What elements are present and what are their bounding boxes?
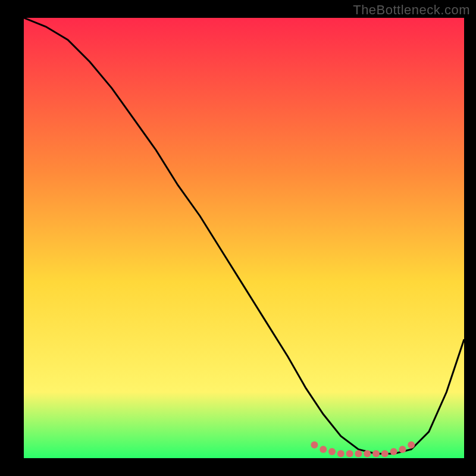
marker-dot (337, 450, 345, 458)
marker-dot (364, 450, 371, 458)
watermark-text: TheBottleneck.com (353, 2, 470, 18)
marker-dot (381, 450, 389, 458)
gradient-background (24, 18, 464, 458)
marker-dot (399, 446, 406, 453)
marker-dot (408, 441, 415, 449)
marker-dot (355, 450, 362, 458)
marker-dot (346, 450, 353, 458)
marker-dot (320, 446, 327, 453)
chart-svg (24, 18, 464, 458)
chart-frame: TheBottleneck.com (0, 0, 476, 476)
marker-dot (328, 448, 336, 455)
marker-dot (390, 448, 397, 455)
marker-dot (372, 450, 380, 458)
marker-dot (311, 441, 318, 449)
plot-area (24, 18, 464, 458)
